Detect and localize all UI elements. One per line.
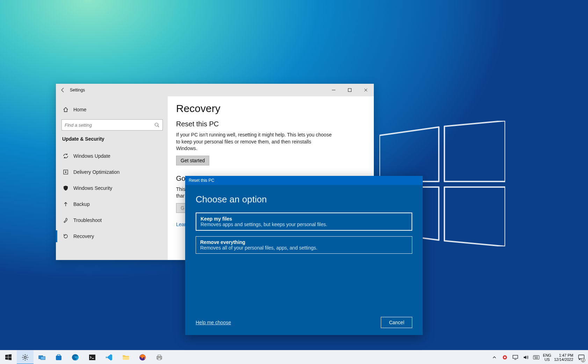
svg-rect-24 bbox=[56, 356, 61, 360]
maximize-button[interactable] bbox=[342, 84, 358, 96]
tray-notifications[interactable]: 2 bbox=[576, 350, 587, 364]
help-me-choose-link[interactable]: Help me choose bbox=[196, 320, 231, 325]
taskbar-item-settings[interactable] bbox=[17, 350, 34, 364]
svg-point-6 bbox=[155, 123, 158, 126]
monitor-icon bbox=[513, 355, 518, 360]
section-reset-body: If your PC isn't running well, resetting… bbox=[176, 132, 333, 152]
get-started-button[interactable]: Get started bbox=[176, 156, 209, 165]
minimize-button[interactable] bbox=[326, 84, 342, 96]
sidebar-item-label: Windows Update bbox=[73, 153, 110, 159]
taskbar: ENG US 1:47 PM 12/14/2022 2 bbox=[0, 350, 588, 364]
svg-marker-0 bbox=[379, 127, 439, 181]
sidebar-item-windows-security[interactable]: Windows Security bbox=[61, 180, 162, 196]
speaker-icon bbox=[523, 355, 529, 360]
svg-marker-10 bbox=[8, 354, 12, 357]
vscode-icon bbox=[106, 354, 112, 361]
taskview-icon bbox=[38, 354, 45, 361]
tray-volume[interactable] bbox=[522, 350, 530, 364]
folder-icon bbox=[122, 354, 129, 361]
lang-code-1: ENG bbox=[543, 353, 551, 357]
back-button[interactable] bbox=[56, 84, 70, 96]
svg-rect-40 bbox=[536, 356, 536, 357]
taskbar-item-terminal[interactable] bbox=[84, 350, 101, 364]
reset-dialog-heading: Choose an option bbox=[196, 194, 412, 205]
sidebar-item-windows-update[interactable]: Windows Update bbox=[61, 148, 162, 164]
sidebar-item-troubleshoot[interactable]: Troubleshoot bbox=[61, 212, 162, 228]
close-icon bbox=[364, 88, 368, 92]
sidebar-section-header: Update & Security bbox=[62, 136, 162, 142]
option-title: Keep my files bbox=[201, 216, 407, 222]
option-keep-my-files[interactable]: Keep my files Removes apps and settings,… bbox=[196, 213, 412, 231]
sync-icon bbox=[63, 153, 68, 159]
svg-rect-43 bbox=[535, 357, 538, 358]
clock-time: 1:47 PM bbox=[554, 353, 573, 357]
settings-search-input[interactable] bbox=[65, 122, 154, 128]
clock-date: 12/14/2022 bbox=[554, 357, 573, 362]
keyboard-icon bbox=[533, 355, 539, 359]
settings-titlebar[interactable]: Settings bbox=[56, 84, 374, 96]
sidebar-item-label: Troubleshoot bbox=[73, 217, 102, 223]
close-button[interactable] bbox=[358, 84, 374, 96]
windows-logo-icon bbox=[5, 354, 12, 361]
page-title: Recovery bbox=[176, 103, 365, 114]
sidebar-item-recovery[interactable]: Recovery bbox=[61, 228, 162, 244]
reset-dialog: Reset this PC Choose an option Keep my f… bbox=[185, 176, 423, 335]
svg-rect-32 bbox=[158, 358, 161, 360]
antivirus-icon bbox=[502, 355, 508, 360]
taskbar-item-edge[interactable] bbox=[67, 350, 84, 364]
svg-rect-41 bbox=[537, 356, 537, 357]
start-button[interactable] bbox=[0, 350, 17, 364]
taskbar-item-printer[interactable] bbox=[151, 350, 168, 364]
taskbar-item-store[interactable] bbox=[50, 350, 67, 364]
taskbar-item-firefox[interactable] bbox=[134, 350, 151, 364]
reset-dialog-titlebar[interactable]: Reset this PC bbox=[185, 176, 423, 185]
tray-av-icon[interactable] bbox=[501, 350, 509, 364]
sidebar-home[interactable]: Home bbox=[61, 103, 162, 117]
settings-sidebar: Home Update & Security Windows Update De… bbox=[56, 96, 168, 260]
option-remove-everything[interactable]: Remove everything Removes all of your pe… bbox=[196, 236, 412, 254]
taskbar-item-taskview[interactable] bbox=[34, 350, 50, 364]
svg-line-20 bbox=[27, 355, 28, 356]
maximize-icon bbox=[348, 88, 352, 92]
search-icon bbox=[154, 122, 160, 128]
svg-rect-39 bbox=[535, 356, 536, 357]
svg-rect-31 bbox=[158, 355, 161, 356]
learn-link[interactable]: Lear bbox=[176, 222, 186, 227]
svg-line-19 bbox=[27, 359, 28, 359]
settings-search[interactable] bbox=[61, 119, 163, 131]
tray-ime[interactable] bbox=[532, 350, 540, 364]
svg-rect-42 bbox=[537, 356, 538, 357]
svg-marker-11 bbox=[5, 357, 8, 360]
svg-line-7 bbox=[158, 126, 159, 127]
svg-marker-3 bbox=[444, 187, 505, 246]
edge-icon bbox=[72, 354, 79, 361]
lang-code-2: US bbox=[543, 357, 551, 362]
sidebar-home-label: Home bbox=[73, 107, 86, 112]
firefox-icon bbox=[139, 354, 146, 361]
taskbar-item-vscode[interactable] bbox=[101, 350, 117, 364]
arrow-left-icon bbox=[60, 87, 66, 93]
svg-line-18 bbox=[23, 355, 24, 356]
sidebar-item-label: Windows Security bbox=[73, 185, 112, 191]
minimize-icon bbox=[332, 88, 336, 92]
notification-badge: 2 bbox=[581, 358, 585, 362]
svg-point-34 bbox=[504, 356, 506, 358]
tray-clock[interactable]: 1:47 PM 12/14/2022 bbox=[554, 353, 573, 362]
tray-language[interactable]: ENG US bbox=[543, 353, 551, 362]
svg-point-13 bbox=[24, 356, 26, 358]
tray-overflow[interactable] bbox=[491, 350, 498, 364]
sidebar-item-delivery-optimization[interactable]: Delivery Optimization bbox=[61, 164, 162, 180]
tray-monitor-icon[interactable] bbox=[511, 350, 519, 364]
terminal-icon bbox=[89, 354, 96, 361]
gear-icon bbox=[22, 354, 29, 361]
arrow-up-icon bbox=[63, 201, 68, 207]
taskbar-item-file-explorer[interactable] bbox=[117, 350, 134, 364]
svg-marker-1 bbox=[444, 121, 505, 181]
cancel-button[interactable]: Cancel bbox=[381, 317, 412, 328]
svg-rect-5 bbox=[348, 89, 351, 92]
reset-dialog-title: Reset this PC bbox=[189, 178, 214, 183]
sidebar-item-backup[interactable]: Backup bbox=[61, 196, 162, 212]
svg-rect-27 bbox=[89, 355, 95, 360]
window-title: Settings bbox=[70, 88, 85, 92]
recovery-icon bbox=[63, 233, 68, 239]
